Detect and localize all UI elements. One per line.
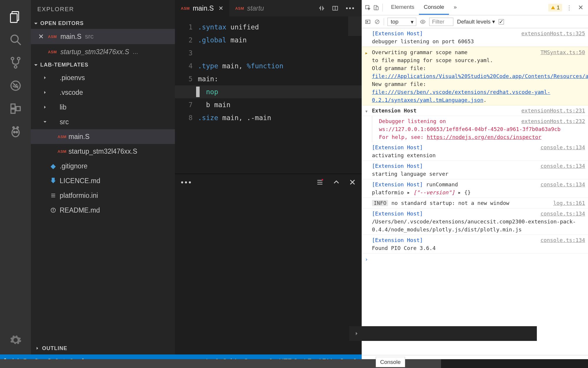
- source-link[interactable]: console.ts:134: [540, 180, 585, 188]
- svg-rect-10: [11, 104, 15, 108]
- debug-panel: ••• ✕: [175, 174, 362, 354]
- file-item[interactable]: ASMstartup_stm32l476xx.S: [31, 144, 175, 159]
- source-link[interactable]: extensionHost.ts:231: [521, 107, 585, 115]
- close-icon[interactable]: ✕: [37, 33, 44, 41]
- svg-rect-12: [16, 107, 20, 111]
- source-link[interactable]: console.ts:134: [540, 162, 585, 170]
- svg-marker-48: [367, 21, 368, 22]
- explorer-icon[interactable]: [6, 5, 25, 28]
- file-name: .pioenvs: [60, 74, 85, 82]
- source-link[interactable]: console.ts:134: [540, 210, 585, 218]
- source-control-icon[interactable]: [6, 51, 25, 74]
- devtools-close-icon[interactable]: ✕: [576, 4, 585, 11]
- file-name: README.md: [60, 206, 100, 214]
- preserve-log-checkbox[interactable]: ✓: [499, 19, 504, 24]
- svg-point-4: [11, 57, 14, 60]
- svg-point-18: [14, 131, 15, 133]
- file-item[interactable]: ◆.gitignore: [31, 159, 175, 173]
- console-sidebar-icon[interactable]: [365, 19, 371, 25]
- project-header[interactable]: LAB-TEMPLATES: [31, 59, 175, 70]
- console-warning[interactable]: TMSyntax.ts:50Overwriting grammar scope …: [362, 47, 588, 105]
- svg-point-13: [12, 129, 19, 137]
- open-editor-item[interactable]: ASMstartup_stm32l476xx.S...: [31, 44, 175, 59]
- debug-icon[interactable]: [6, 74, 25, 97]
- console-message[interactable]: console.ts:134[Extension Host] runComman…: [362, 179, 588, 198]
- file-name: platformio.ini: [60, 192, 98, 200]
- file-item[interactable]: 🡇LICENCE.md: [31, 173, 175, 188]
- context-selector[interactable]: top: [387, 18, 416, 26]
- console-toolbar: top Filter Default levels ▾ ✓: [362, 15, 588, 28]
- horizontal-scrollbar[interactable]: [0, 359, 588, 368]
- file-name: lib: [60, 103, 66, 111]
- open-editor-item[interactable]: ✕ASMmain.Ssrc: [31, 29, 175, 44]
- devtools-menu-icon[interactable]: ⋮: [564, 4, 574, 11]
- close-panel-icon[interactable]: ✕: [349, 178, 356, 187]
- drawer-tab-console[interactable]: Console: [376, 357, 405, 367]
- search-icon[interactable]: [6, 28, 25, 51]
- console-prompt[interactable]: ›: [362, 253, 588, 265]
- collapse-icon[interactable]: [333, 178, 340, 186]
- svg-point-9: [16, 84, 17, 85]
- settings-gear-icon[interactable]: [6, 329, 25, 352]
- clear-icon[interactable]: [316, 178, 324, 186]
- folder-item[interactable]: .vscode: [31, 85, 175, 100]
- file-name: startup_stm32l476xx.S: [60, 48, 129, 56]
- folder-item[interactable]: src: [31, 115, 175, 129]
- split-editor-icon[interactable]: [332, 5, 338, 11]
- console-message[interactable]: extensionHost.ts:325[Extension Host]debu…: [362, 28, 588, 47]
- svg-rect-11: [11, 109, 15, 113]
- file-name: main.S: [60, 33, 81, 41]
- console-message[interactable]: console.ts:134[Extension Host]Found PIO …: [362, 235, 588, 253]
- debug-console-input[interactable]: [349, 326, 537, 341]
- editor-tab[interactable]: ASMmain.S✕: [175, 0, 229, 16]
- console-message[interactable]: extensionHost.ts:232Debugger listening o…: [362, 116, 588, 142]
- filter-input[interactable]: Filter: [429, 18, 453, 26]
- explorer-sidebar: EXPLORER OPEN EDITORS ✕ASMmain.SsrcASMst…: [31, 0, 175, 354]
- source-link[interactable]: console.ts:134: [540, 143, 585, 151]
- tab-console[interactable]: Console: [419, 0, 449, 15]
- file-item[interactable]: ASMmain.S: [31, 129, 175, 144]
- file-name: .gitignore: [60, 162, 88, 170]
- svg-line-50: [376, 20, 378, 23]
- svg-point-5: [17, 57, 20, 60]
- warning-badge[interactable]: 1: [548, 4, 562, 11]
- source-link[interactable]: TMSyntax.ts:50: [540, 48, 585, 56]
- console-message[interactable]: console.ts:134[Extension Host]/Users/ben…: [362, 208, 588, 235]
- close-tab-icon[interactable]: ✕: [218, 5, 223, 12]
- minimap[interactable]: [348, 16, 362, 49]
- file-item[interactable]: platformio.ini: [31, 188, 175, 203]
- svg-rect-46: [376, 6, 378, 10]
- eye-icon[interactable]: [420, 19, 426, 25]
- tab-elements[interactable]: Elements: [386, 0, 419, 15]
- source-link[interactable]: extensionHost.ts:325: [521, 29, 585, 37]
- source-link[interactable]: console.ts:134: [540, 236, 585, 244]
- console-group[interactable]: extensionHost.ts:231Extension Host: [362, 105, 588, 116]
- console-message[interactable]: log.ts:161INFO no standard startup: not …: [362, 198, 588, 208]
- folder-item[interactable]: lib: [31, 100, 175, 115]
- open-editors-header[interactable]: OPEN EDITORS: [31, 18, 175, 29]
- console-output[interactable]: extensionHost.ts:325[Extension Host]debu…: [362, 28, 588, 355]
- outline-header[interactable]: OUTLINE: [31, 342, 175, 354]
- source-link[interactable]: extensionHost.ts:232: [521, 117, 585, 125]
- file-item[interactable]: README.md: [31, 203, 175, 218]
- device-toggle-icon[interactable]: [373, 5, 379, 11]
- extensions-icon[interactable]: [6, 97, 25, 120]
- tab-more[interactable]: »: [449, 0, 462, 15]
- activity-bar: [0, 0, 31, 354]
- editor-tab[interactable]: ASMstartu: [229, 0, 270, 16]
- platformio-icon[interactable]: [6, 120, 25, 143]
- file-name: startup_stm32l476xx.S: [69, 147, 137, 155]
- folder-item[interactable]: .pioenvs: [31, 70, 175, 85]
- devtools-panel: Elements Console » 1 ⋮ ✕ top Filter Defa…: [362, 0, 588, 368]
- source-link[interactable]: log.ts:161: [553, 199, 585, 207]
- panel-more-icon[interactable]: •••: [181, 178, 192, 187]
- console-message[interactable]: console.ts:134[Extension Host]activating…: [362, 142, 588, 161]
- more-icon[interactable]: •••: [346, 4, 355, 12]
- log-levels[interactable]: Default levels ▾: [457, 18, 495, 25]
- clear-console-icon[interactable]: [374, 19, 380, 25]
- compare-icon[interactable]: [319, 5, 325, 11]
- console-message[interactable]: console.ts:134[Extension Host]starting l…: [362, 161, 588, 179]
- inspect-icon[interactable]: [365, 5, 371, 11]
- devtools-header: Elements Console » 1 ⋮ ✕: [362, 0, 588, 15]
- editor[interactable]: 12345678 .syntax unified.global main .ty…: [175, 16, 362, 174]
